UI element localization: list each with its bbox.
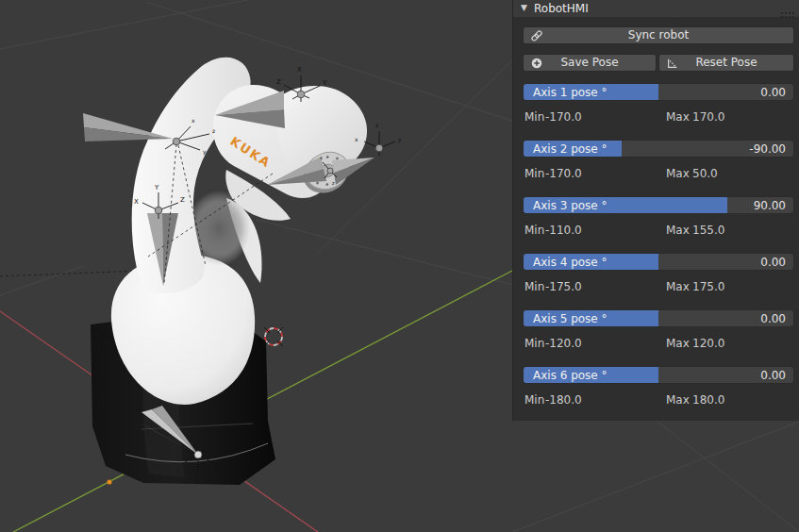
slider-label: Axis 1 pose °: [533, 84, 608, 101]
sync-robot-label: Sync robot: [628, 28, 689, 42]
gizmo-axis-letter: Y: [322, 79, 327, 87]
reset-curve-icon: [666, 57, 679, 75]
max-value: 175.0: [692, 280, 724, 293]
slider-value: -90.00: [749, 141, 786, 158]
gizmo-axis-letter: z: [375, 122, 378, 128]
panel-header[interactable]: ▼ RobotHMI: [513, 0, 799, 17]
min-label: Min: [524, 393, 544, 407]
gizmo-axis-letter: z: [212, 127, 215, 134]
gizmo-axis-letter: X: [134, 198, 139, 206]
plus-circle-icon: [530, 57, 543, 75]
gizmo-axis-letter: x: [355, 136, 358, 142]
gizmo-axis-letter: y: [398, 136, 402, 143]
max-label: Max: [666, 337, 690, 350]
axis-5-minmax: Min -120.0 Max 120.0: [513, 337, 799, 352]
min-label: Min: [524, 280, 544, 293]
panel-title: RobotHMI: [534, 2, 589, 15]
axis-2-pose-slider[interactable]: Axis 2 pose ° -90.00: [523, 140, 794, 158]
save-pose-button[interactable]: Save Pose: [523, 54, 657, 72]
axis-6-pose-slider[interactable]: Axis 6 pose ° 0.00: [523, 366, 794, 384]
gizmo-axis-letter: Z: [276, 78, 281, 86]
slider-label: Axis 2 pose °: [533, 141, 608, 158]
axis-1-minmax: Min -170.0 Max 170.0: [513, 110, 799, 125]
slider-value: 0.00: [760, 254, 786, 271]
max-value: 180.0: [692, 393, 724, 407]
max-value: 170.0: [692, 110, 724, 124]
min-value: -110.0: [545, 224, 582, 237]
drag-grip-icon[interactable]: [780, 5, 795, 23]
slider-value: 0.00: [760, 367, 786, 384]
min-value: -170.0: [545, 110, 582, 124]
reset-pose-button[interactable]: Reset Pose: [658, 54, 794, 72]
blender-window: KUKA: [0, 0, 799, 532]
axis-4-minmax: Min -175.0 Max 175.0: [513, 280, 799, 295]
slider-label: Axis 3 pose °: [533, 197, 608, 214]
slider-label: Axis 6 pose °: [533, 367, 608, 384]
axis-6-minmax: Min -180.0 Max 180.0: [513, 393, 799, 408]
save-pose-label: Save Pose: [560, 56, 618, 69]
slider-value: 0.00: [760, 84, 786, 101]
gizmo-axis-letter: x: [191, 117, 195, 124]
slider-label: Axis 5 pose °: [533, 310, 608, 327]
slider-value: 0.00: [760, 310, 786, 327]
link-icon: [530, 29, 543, 47]
max-label: Max: [666, 110, 690, 124]
min-value: -170.0: [545, 167, 582, 180]
max-label: Max: [666, 224, 690, 237]
gizmo-axis-letter: x: [320, 155, 323, 160]
axis-3-pose-slider[interactable]: Axis 3 pose ° 90.00: [523, 196, 794, 214]
axis-3-minmax: Min -110.0 Max 155.0: [513, 224, 799, 239]
object-origin-dot[interactable]: [107, 479, 111, 484]
min-label: Min: [524, 167, 544, 180]
gizmo-axis-letter: z: [332, 180, 335, 186]
gizmo-axis-letter: Y: [154, 184, 159, 191]
gizmo-axis-letter: z: [195, 476, 198, 483]
axis-5-pose-slider[interactable]: Axis 5 pose ° 0.00: [523, 309, 794, 327]
min-value: -180.0: [545, 393, 582, 407]
triangle-down-icon[interactable]: ▼: [521, 3, 527, 12]
min-label: Min: [524, 224, 544, 237]
min-label: Min: [524, 110, 544, 124]
gizmo-axis-letter: y: [216, 461, 220, 469]
min-value: -120.0: [545, 337, 582, 350]
axis-1-pose-slider[interactable]: Axis 1 pose ° 0.00: [523, 83, 794, 101]
max-label: Max: [666, 393, 690, 407]
gizmo-axis-letter: Z: [180, 196, 185, 204]
slider-label: Axis 4 pose °: [533, 254, 608, 271]
gizmo-axis-letter: x: [219, 439, 223, 445]
sync-robot-button[interactable]: Sync robot: [523, 26, 794, 44]
max-value: 120.0: [692, 337, 724, 350]
max-value: 155.0: [692, 224, 724, 237]
max-label: Max: [666, 280, 690, 293]
axis-4-pose-slider[interactable]: Axis 4 pose ° 0.00: [523, 253, 794, 271]
min-value: -175.0: [545, 280, 582, 293]
max-value: 50.0: [692, 167, 718, 180]
gizmo-axis-letter: y: [203, 148, 207, 156]
max-label: Max: [666, 167, 690, 180]
gizmo-axis-letter: X: [297, 66, 302, 74]
slider-value: 90.00: [754, 197, 786, 214]
robothmi-panel: ▼ RobotHMI Sync r: [512, 0, 799, 421]
reset-pose-label: Reset Pose: [695, 56, 757, 69]
min-label: Min: [524, 337, 544, 350]
axis-2-minmax: Min -170.0 Max 50.0: [513, 167, 799, 182]
